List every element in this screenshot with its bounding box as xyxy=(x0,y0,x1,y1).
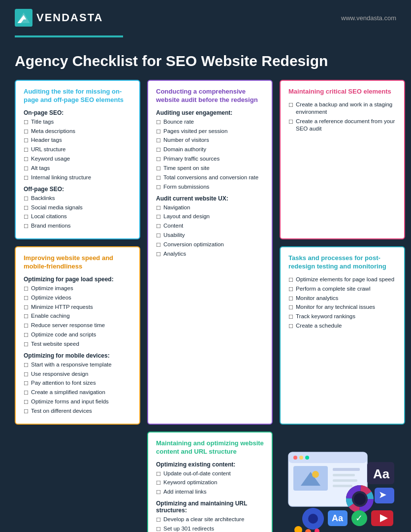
list-item: Optimize code and scripts xyxy=(24,331,131,339)
card2-section1-label: Auditing user engagement: xyxy=(156,109,264,116)
list-item: Number of visitors xyxy=(156,136,264,144)
list-item: Domain authority xyxy=(156,146,264,154)
card1-section2-label: Off-page SEO: xyxy=(24,186,131,193)
card6-title: Tasks and processes for post-redesign te… xyxy=(288,254,396,271)
list-item: Optimize images xyxy=(24,285,131,293)
cards-grid: Auditing the site for missing on-page an… xyxy=(15,80,396,532)
svg-rect-27 xyxy=(312,526,315,530)
list-item: Backlinks xyxy=(24,195,131,202)
list-item: Develop a clear site architecture xyxy=(156,516,264,524)
list-item: Optimize elements for page load speed xyxy=(288,276,396,284)
teal-accent-line xyxy=(15,35,123,37)
website-illustration: Aa ➤ Aa ✓ xyxy=(284,447,402,532)
svg-rect-28 xyxy=(302,517,306,520)
list-item: Social media signals xyxy=(24,204,131,212)
svg-rect-13 xyxy=(333,479,357,482)
list-item: Optimize forms and input fields xyxy=(24,398,131,406)
card5-content-list: Update out-of-date content Keyword optim… xyxy=(156,470,264,497)
list-item: URL structure xyxy=(24,146,131,154)
list-item: Bounce rate xyxy=(156,118,264,126)
list-item: Primary traffic sources xyxy=(156,155,264,163)
list-item: Monitor analytics xyxy=(288,295,396,302)
list-item: Perform a complete site crawl xyxy=(288,285,396,293)
card-comprehensive-audit: Conducting a comprehensive website audit… xyxy=(147,80,273,425)
list-item: Test on different devices xyxy=(24,407,131,415)
list-item: Reduce server response time xyxy=(24,322,131,330)
svg-rect-26 xyxy=(312,508,315,512)
svg-rect-14 xyxy=(333,485,352,487)
svg-text:✓: ✓ xyxy=(355,513,363,523)
list-item: Content xyxy=(156,222,264,230)
header: VENDASTA www.vendasta.com xyxy=(0,0,411,35)
page-title: Agency Checklist for SEO Website Redesig… xyxy=(15,52,396,70)
card1-onpage-list: Title tags Meta descriptions Header tags… xyxy=(24,118,131,182)
svg-text:➤: ➤ xyxy=(379,489,387,500)
list-item: Keyword usage xyxy=(24,155,131,163)
list-item: Track keyword rankings xyxy=(288,313,396,321)
svg-rect-12 xyxy=(333,474,355,476)
card4-mobile-list: Start with a responsive template Use res… xyxy=(24,361,131,415)
card2-engagement-list: Bounce rate Pages visited per session Nu… xyxy=(156,118,264,191)
card3-list: Create a backup and work in a staging en… xyxy=(288,101,396,133)
card-on-off-page-seo: Auditing the site for missing on-page an… xyxy=(15,80,140,239)
list-item: Minimize HTTP requests xyxy=(24,303,131,311)
list-item: Add internal links xyxy=(156,488,264,496)
svg-point-36 xyxy=(294,526,302,532)
card-critical-seo: Maintaining critical SEO elements Create… xyxy=(280,80,405,239)
list-item: Internal linking structure xyxy=(24,174,131,182)
header-url: www.vendasta.com xyxy=(341,14,396,22)
card4-speed-list: Optimize images Optimize videos Minimize… xyxy=(24,285,131,348)
list-item: Conversion optimization xyxy=(156,241,264,249)
list-item: Pages visited per session xyxy=(156,128,264,135)
card2-title: Conducting a comprehensive website audit… xyxy=(156,88,264,104)
list-item: Time spent on site xyxy=(156,165,264,172)
svg-text:Aa: Aa xyxy=(332,513,344,523)
card1-title: Auditing the site for missing on-page an… xyxy=(24,88,131,104)
list-item: Alt tags xyxy=(24,165,131,172)
list-item: Navigation xyxy=(156,204,264,212)
list-item: Create a backup and work in a staging en… xyxy=(288,101,396,116)
list-item: Enable caching xyxy=(24,312,131,320)
list-item: Create a schedule xyxy=(288,322,396,330)
list-item: Create a reference document from your SE… xyxy=(288,118,396,133)
list-item: Brand mentions xyxy=(24,222,131,230)
list-item: Keyword optimization xyxy=(156,479,264,487)
card6-list: Optimize elements for page load speed Pe… xyxy=(288,276,396,330)
card5-title: Maintaining and optimizing website conte… xyxy=(156,439,264,456)
svg-point-7 xyxy=(305,456,309,460)
list-item: Header tags xyxy=(24,136,131,144)
svg-rect-11 xyxy=(333,468,360,471)
list-item: Monitor for any technical issues xyxy=(288,303,396,311)
list-item: Test website speed xyxy=(24,340,131,348)
list-item: Analytics xyxy=(156,250,264,258)
svg-point-37 xyxy=(305,529,311,532)
card-content-url: Maintaining and optimizing website conte… xyxy=(147,432,273,532)
svg-point-19 xyxy=(354,493,366,505)
card-post-redesign: Tasks and processes for post-redesign te… xyxy=(280,246,405,425)
svg-point-6 xyxy=(299,456,303,460)
card1-offpage-list: Backlinks Social media signals Local cit… xyxy=(24,195,131,230)
card4-section1-label: Optimizing for page load speed: xyxy=(24,276,131,283)
list-item: Optimize videos xyxy=(24,294,131,302)
list-item: Form submissions xyxy=(156,183,264,191)
card4-section2-label: Optimizing for mobile devices: xyxy=(24,352,131,359)
card4-title: Improving website speed and mobile-frien… xyxy=(24,254,131,271)
svg-point-10 xyxy=(312,471,319,478)
card2-section2-label: Audit current website UX: xyxy=(156,195,264,202)
svg-rect-29 xyxy=(320,517,324,520)
teal-bar-container xyxy=(0,35,411,42)
list-item: Meta descriptions xyxy=(24,128,131,135)
main-content: Agency Checklist for SEO Website Redesig… xyxy=(0,42,411,532)
card2-ux-list: Navigation Layout and design Content Usa… xyxy=(156,204,264,258)
card-speed-mobile: Improving website speed and mobile-frien… xyxy=(15,246,140,425)
list-item: Title tags xyxy=(24,118,131,126)
logo-text: VENDASTA xyxy=(36,11,103,24)
card5-section1-label: Optimizing existing content: xyxy=(156,461,264,468)
card3-title: Maintaining critical SEO elements xyxy=(288,88,396,96)
svg-point-25 xyxy=(308,514,318,524)
list-item: Update out-of-date content xyxy=(156,470,264,478)
list-item: Total conversions and conversion rate xyxy=(156,174,264,182)
list-item: Start with a responsive template xyxy=(24,361,131,369)
logo: VENDASTA xyxy=(15,9,103,27)
list-item: Set up 301 redirects xyxy=(156,525,264,532)
